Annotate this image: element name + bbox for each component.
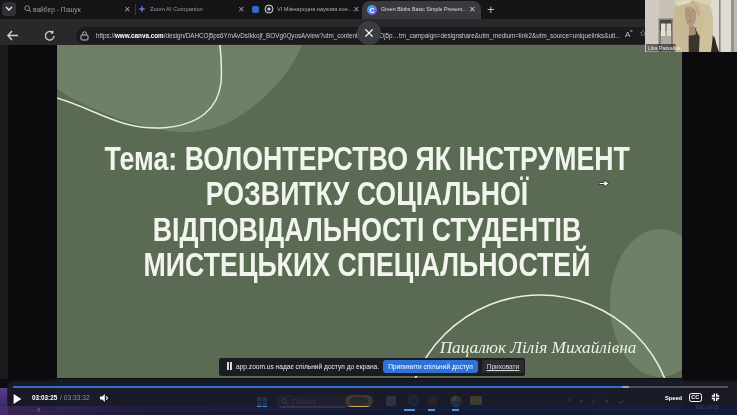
svg-text:Lika Patsaliuk: Lika Patsaliuk [648, 45, 682, 51]
svg-text:C: C [369, 7, 374, 14]
